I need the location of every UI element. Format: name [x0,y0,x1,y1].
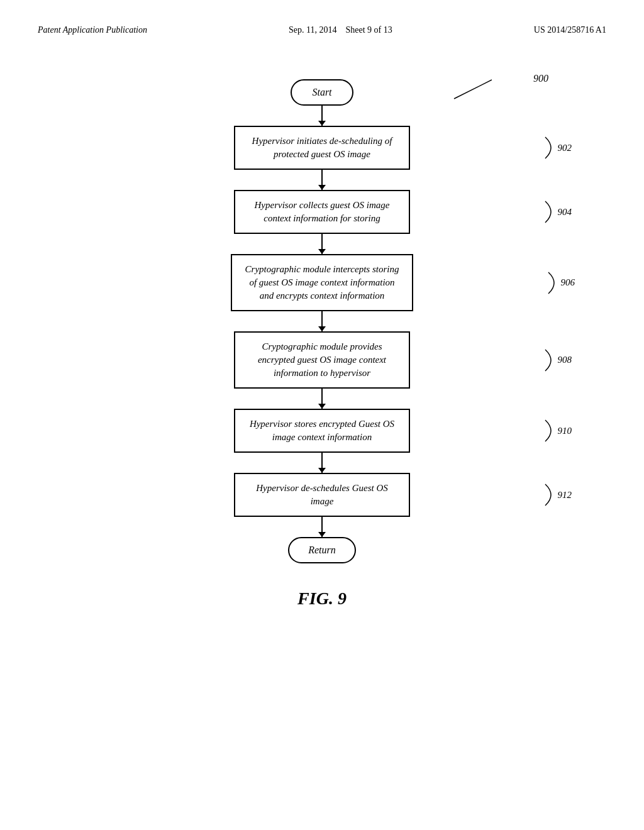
step-902-label: 902 [544,136,572,160]
arrow-1 [321,106,323,126]
step-902-bracket [544,136,558,160]
step-912-bracket [544,483,558,507]
step-910-box: Hypervisor stores encrypted Guest OS ima… [234,409,410,453]
step-908-bracket [544,348,558,372]
step-908-row: Cryptographic module provides encrypted … [38,331,606,389]
arrow-3 [321,234,323,254]
flowchart-diagram: 900 Start Hypervisor initiates de-schedu… [38,67,606,609]
step-906-row: Cryptographic module intercepts storing … [38,254,606,311]
step-908-label: 908 [544,348,572,372]
step-910-bracket [544,419,558,443]
arrow-4 [321,311,323,331]
step-902-row: Hypervisor initiates de-scheduling of pr… [38,126,606,170]
step-904-row: Hypervisor collects guest OS image conte… [38,190,606,234]
step-912-row: Hypervisor de-schedules Guest OS image 9… [38,473,606,517]
step-908-box: Cryptographic module provides encrypted … [234,331,410,389]
page-header: Patent Application Publication Sep. 11, … [38,25,606,35]
step-906-label: 906 [547,271,575,295]
start-node-row: Start [38,79,606,106]
step-912-label: 912 [544,483,572,507]
header-right: US 2014/258716 A1 [534,25,606,35]
return-node-row: Return [38,537,606,563]
header-date: Sep. 11, 2014 [289,25,336,35]
header-left: Patent Application Publication [38,25,147,35]
arrow-5 [321,389,323,409]
header-center: Sep. 11, 2014 Sheet 9 of 13 [289,25,392,35]
figure-label: FIG. 9 [297,589,347,609]
arrow-7 [321,517,323,537]
step-904-box: Hypervisor collects guest OS image conte… [234,190,410,234]
start-node: Start [291,79,353,106]
step-904-label: 904 [544,200,572,224]
step-902-box: Hypervisor initiates de-scheduling of pr… [234,126,410,170]
step-910-label: 910 [544,419,572,443]
step-910-row: Hypervisor stores encrypted Guest OS ima… [38,409,606,453]
flowchart-nodes: Start Hypervisor initiates de-scheduling… [38,79,606,563]
header-sheet: Sheet 9 of 13 [346,25,392,35]
arrow-6 [321,453,323,473]
return-node: Return [288,537,356,563]
arrow-2 [321,170,323,190]
patent-page: Patent Application Publication Sep. 11, … [0,0,644,830]
step-906-bracket [547,271,561,295]
step-912-box: Hypervisor de-schedules Guest OS image [234,473,410,517]
step-904-bracket [544,200,558,224]
step-906-box: Cryptographic module intercepts storing … [231,254,413,311]
